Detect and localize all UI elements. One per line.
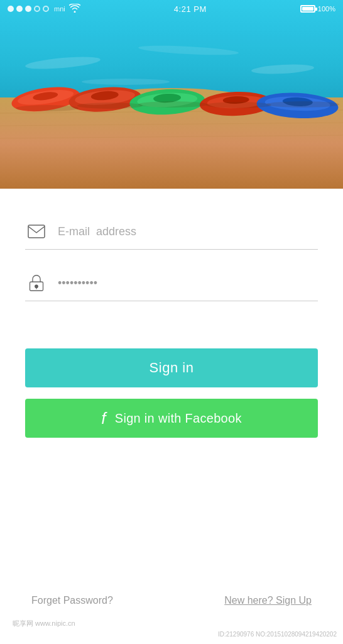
password-input[interactable]	[58, 277, 318, 290]
svg-point-28	[138, 101, 207, 108]
svg-point-10	[82, 79, 170, 85]
svg-point-29	[206, 102, 271, 108]
svg-point-30	[266, 101, 339, 108]
wifi-icon	[69, 4, 80, 14]
footer-links: Forget Password? New here? Sign Up	[0, 595, 343, 606]
svg-point-33	[35, 285, 38, 287]
facebook-signin-button[interactable]: f Sign in with Facebook	[25, 399, 318, 438]
status-left: mni	[8, 4, 80, 14]
facebook-f-icon: f	[101, 409, 106, 428]
svg-point-27	[77, 103, 143, 109]
status-right: 100%	[300, 5, 335, 13]
battery-label: 100%	[318, 5, 335, 13]
signal-dot-4	[34, 6, 40, 12]
signal-dot-5	[43, 6, 49, 12]
watermark-site: 昵享网 www.nipic.cn	[13, 619, 75, 628]
lock-icon	[25, 272, 48, 294]
email-input[interactable]	[58, 225, 318, 238]
carrier-label: mni	[54, 5, 65, 13]
forgot-password-link[interactable]: Forget Password?	[31, 595, 113, 606]
email-icon	[25, 220, 48, 243]
signal-dot-3	[25, 6, 31, 12]
battery-fill	[302, 7, 313, 11]
svg-rect-31	[28, 225, 45, 238]
facebook-signin-label: Sign in with Facebook	[115, 411, 242, 426]
battery-icon	[300, 5, 315, 13]
button-area: Sign in f Sign in with Facebook	[0, 342, 343, 444]
signup-link[interactable]: New here? Sign Up	[224, 595, 312, 606]
signal-dot-1	[8, 6, 14, 12]
password-input-group	[25, 272, 318, 301]
signal-dot-2	[16, 6, 23, 12]
status-time: 4:21 PM	[174, 4, 207, 14]
watermark-id: ID:21290976 NO:20151028094219420202	[218, 631, 337, 638]
login-form	[0, 189, 343, 342]
email-input-group	[25, 220, 318, 250]
signin-button[interactable]: Sign in	[25, 348, 318, 387]
svg-point-26	[16, 105, 79, 111]
hero-image	[0, 0, 343, 189]
status-bar: mni 4:21 PM 100%	[0, 0, 343, 18]
